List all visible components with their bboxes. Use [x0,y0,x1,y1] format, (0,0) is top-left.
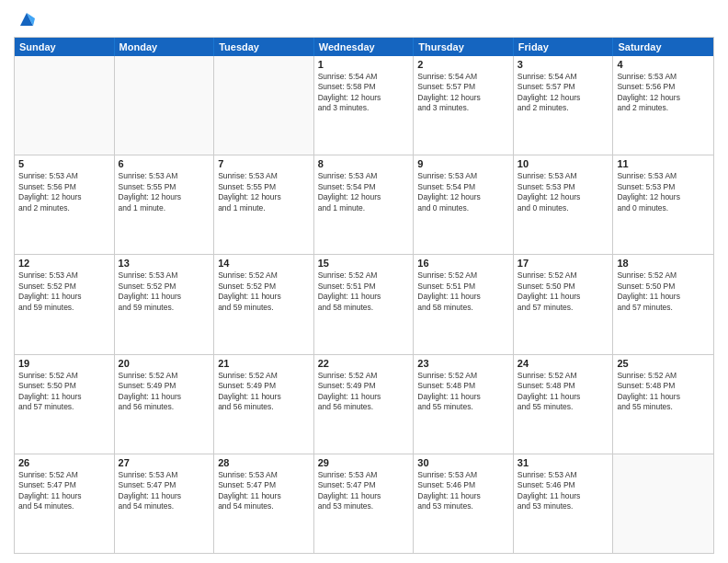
cell-daylight-info: Sunrise: 5:53 AM Sunset: 5:47 PM Dayligh… [119,470,210,512]
cell-daylight-info: Sunrise: 5:52 AM Sunset: 5:48 PM Dayligh… [518,371,609,413]
cell-day-number: 30 [417,457,509,468]
cell-day-number: 22 [318,358,410,369]
cell-day-number: 23 [417,358,509,369]
weekday-header-monday: Monday [115,38,215,56]
cell-daylight-info: Sunrise: 5:52 AM Sunset: 5:51 PM Dayligh… [417,270,509,313]
logo-icon [17,9,37,29]
cell-day-number: 12 [18,258,110,269]
cell-daylight-info: Sunrise: 5:53 AM Sunset: 5:56 PM Dayligh… [18,171,110,213]
calendar-cell: 25Sunrise: 5:52 AM Sunset: 5:48 PM Dayli… [613,355,713,454]
cell-daylight-info: Sunrise: 5:52 AM Sunset: 5:52 PM Dayligh… [218,270,310,313]
cell-daylight-info: Sunrise: 5:53 AM Sunset: 5:56 PM Dayligh… [617,72,710,114]
calendar-cell: 20Sunrise: 5:52 AM Sunset: 5:49 PM Dayli… [115,355,215,454]
calendar-cell: 28Sunrise: 5:53 AM Sunset: 5:47 PM Dayli… [214,454,314,553]
header [14,9,714,29]
cell-day-number: 10 [518,158,609,169]
calendar-cell: 14Sunrise: 5:52 AM Sunset: 5:52 PM Dayli… [214,255,314,353]
cell-daylight-info: Sunrise: 5:53 AM Sunset: 5:53 PM Dayligh… [617,171,710,213]
cell-day-number: 28 [218,457,310,468]
cell-daylight-info: Sunrise: 5:53 AM Sunset: 5:47 PM Dayligh… [218,470,310,512]
cell-day-number: 17 [518,258,609,269]
cell-day-number: 24 [518,358,609,369]
calendar-header: SundayMondayTuesdayWednesdayThursdayFrid… [15,38,713,56]
cell-daylight-info: Sunrise: 5:52 AM Sunset: 5:49 PM Dayligh… [119,371,210,413]
calendar-cell [214,56,314,155]
calendar-cell: 1Sunrise: 5:54 AM Sunset: 5:58 PM Daylig… [314,56,415,155]
cell-day-number: 3 [518,59,609,70]
cell-daylight-info: Sunrise: 5:53 AM Sunset: 5:53 PM Dayligh… [518,171,609,213]
calendar-cell: 26Sunrise: 5:52 AM Sunset: 5:47 PM Dayli… [15,454,115,553]
cell-day-number: 5 [18,158,110,169]
calendar-row-2: 12Sunrise: 5:53 AM Sunset: 5:52 PM Dayli… [15,254,713,353]
cell-day-number: 21 [218,358,310,369]
calendar-row-3: 19Sunrise: 5:52 AM Sunset: 5:50 PM Dayli… [15,354,713,454]
calendar-cell: 6Sunrise: 5:53 AM Sunset: 5:55 PM Daylig… [115,155,215,254]
weekday-header-sunday: Sunday [15,38,115,56]
calendar-cell: 10Sunrise: 5:53 AM Sunset: 5:53 PM Dayli… [514,155,614,254]
calendar-row-1: 5Sunrise: 5:53 AM Sunset: 5:56 PM Daylig… [15,155,713,254]
calendar-cell: 16Sunrise: 5:52 AM Sunset: 5:51 PM Dayli… [414,255,514,353]
cell-daylight-info: Sunrise: 5:52 AM Sunset: 5:50 PM Dayligh… [518,270,609,313]
calendar-cell: 3Sunrise: 5:54 AM Sunset: 5:57 PM Daylig… [514,56,614,155]
cell-daylight-info: Sunrise: 5:52 AM Sunset: 5:51 PM Dayligh… [318,270,410,313]
calendar-cell: 21Sunrise: 5:52 AM Sunset: 5:49 PM Dayli… [214,355,314,454]
calendar-cell: 31Sunrise: 5:53 AM Sunset: 5:46 PM Dayli… [514,454,614,553]
cell-daylight-info: Sunrise: 5:53 AM Sunset: 5:54 PM Dayligh… [318,171,410,213]
cell-day-number: 29 [318,457,410,468]
cell-day-number: 14 [218,258,310,269]
cell-day-number: 26 [18,457,110,468]
cell-day-number: 13 [119,258,210,269]
cell-day-number: 16 [417,258,509,269]
cell-daylight-info: Sunrise: 5:53 AM Sunset: 5:55 PM Dayligh… [218,171,310,213]
cell-daylight-info: Sunrise: 5:53 AM Sunset: 5:46 PM Dayligh… [417,470,509,512]
calendar-cell: 19Sunrise: 5:52 AM Sunset: 5:50 PM Dayli… [15,355,115,454]
cell-day-number: 15 [318,258,410,269]
calendar-row-0: 1Sunrise: 5:54 AM Sunset: 5:58 PM Daylig… [15,56,713,155]
weekday-header-tuesday: Tuesday [214,38,314,56]
calendar-cell [115,56,215,155]
cell-daylight-info: Sunrise: 5:54 AM Sunset: 5:57 PM Dayligh… [518,72,609,114]
calendar-cell: 15Sunrise: 5:52 AM Sunset: 5:51 PM Dayli… [314,255,415,353]
calendar-cell: 23Sunrise: 5:52 AM Sunset: 5:48 PM Dayli… [414,355,514,454]
cell-day-number: 25 [617,358,710,369]
calendar: SundayMondayTuesdayWednesdayThursdayFrid… [14,37,714,554]
cell-daylight-info: Sunrise: 5:54 AM Sunset: 5:57 PM Dayligh… [417,72,509,114]
weekday-header-saturday: Saturday [613,38,713,56]
calendar-cell: 18Sunrise: 5:52 AM Sunset: 5:50 PM Dayli… [613,255,713,353]
cell-daylight-info: Sunrise: 5:52 AM Sunset: 5:50 PM Dayligh… [18,371,110,413]
cell-day-number: 1 [318,59,410,70]
cell-day-number: 8 [318,158,410,169]
calendar-cell: 29Sunrise: 5:53 AM Sunset: 5:47 PM Dayli… [314,454,415,553]
calendar-body: 1Sunrise: 5:54 AM Sunset: 5:58 PM Daylig… [15,56,713,553]
cell-day-number: 9 [417,158,509,169]
logo [14,9,37,29]
cell-day-number: 6 [119,158,210,169]
cell-day-number: 4 [617,59,710,70]
cell-daylight-info: Sunrise: 5:53 AM Sunset: 5:47 PM Dayligh… [318,470,410,512]
calendar-cell: 24Sunrise: 5:52 AM Sunset: 5:48 PM Dayli… [514,355,614,454]
calendar-cell: 7Sunrise: 5:53 AM Sunset: 5:55 PM Daylig… [214,155,314,254]
cell-daylight-info: Sunrise: 5:52 AM Sunset: 5:48 PM Dayligh… [417,371,509,413]
weekday-header-thursday: Thursday [414,38,514,56]
calendar-cell: 9Sunrise: 5:53 AM Sunset: 5:54 PM Daylig… [414,155,514,254]
cell-daylight-info: Sunrise: 5:54 AM Sunset: 5:58 PM Dayligh… [318,72,410,114]
cell-daylight-info: Sunrise: 5:52 AM Sunset: 5:50 PM Dayligh… [617,270,710,313]
cell-day-number: 27 [119,457,210,468]
cell-day-number: 7 [218,158,310,169]
calendar-cell: 5Sunrise: 5:53 AM Sunset: 5:56 PM Daylig… [15,155,115,254]
cell-daylight-info: Sunrise: 5:52 AM Sunset: 5:49 PM Dayligh… [218,371,310,413]
page: SundayMondayTuesdayWednesdayThursdayFrid… [0,0,728,563]
calendar-cell: 17Sunrise: 5:52 AM Sunset: 5:50 PM Dayli… [514,255,614,353]
cell-daylight-info: Sunrise: 5:53 AM Sunset: 5:54 PM Dayligh… [417,171,509,213]
cell-day-number: 2 [417,59,509,70]
calendar-cell: 27Sunrise: 5:53 AM Sunset: 5:47 PM Dayli… [115,454,215,553]
cell-daylight-info: Sunrise: 5:53 AM Sunset: 5:52 PM Dayligh… [119,270,210,313]
calendar-cell: 11Sunrise: 5:53 AM Sunset: 5:53 PM Dayli… [613,155,713,254]
cell-day-number: 19 [18,358,110,369]
calendar-cell [15,56,115,155]
cell-daylight-info: Sunrise: 5:52 AM Sunset: 5:47 PM Dayligh… [18,470,110,512]
calendar-cell: 13Sunrise: 5:53 AM Sunset: 5:52 PM Dayli… [115,255,215,353]
calendar-cell: 22Sunrise: 5:52 AM Sunset: 5:49 PM Dayli… [314,355,415,454]
cell-daylight-info: Sunrise: 5:52 AM Sunset: 5:48 PM Dayligh… [617,371,710,413]
cell-day-number: 11 [617,158,710,169]
